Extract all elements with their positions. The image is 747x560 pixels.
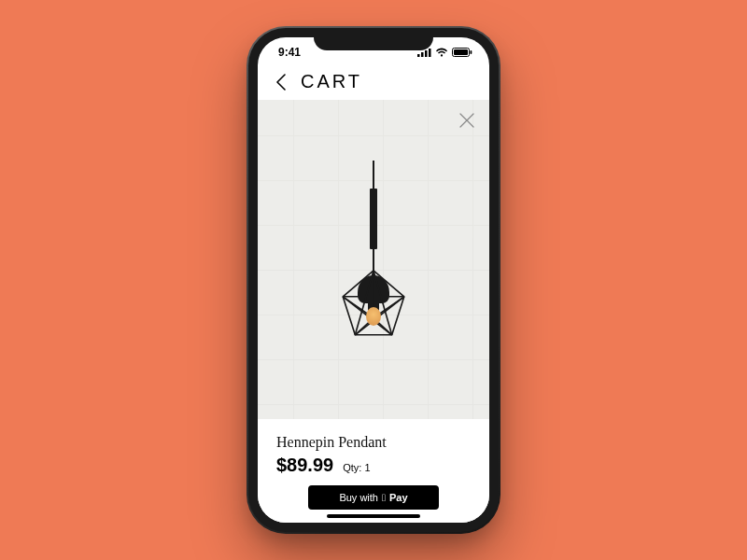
chevron-left-icon bbox=[275, 74, 287, 91]
svg-rect-3 bbox=[429, 49, 431, 57]
pay-brand-label: Pay bbox=[389, 492, 408, 503]
phone-notch bbox=[314, 28, 433, 50]
product-details: Hennepin Pendant $89.99 Qty: 1 Buy with … bbox=[258, 419, 489, 523]
product-price: $89.99 bbox=[276, 455, 333, 476]
apple-logo-icon:  bbox=[382, 492, 386, 503]
product-image-area bbox=[258, 100, 489, 419]
price-line: $89.99 Qty: 1 bbox=[276, 455, 471, 476]
svg-rect-1 bbox=[421, 52, 424, 57]
status-time: 9:41 bbox=[278, 46, 301, 59]
remove-item-button[interactable] bbox=[456, 109, 478, 132]
svg-rect-5 bbox=[454, 49, 468, 55]
wifi-icon bbox=[435, 48, 448, 57]
svg-rect-0 bbox=[417, 54, 420, 57]
home-indicator[interactable] bbox=[327, 514, 420, 518]
battery-icon bbox=[452, 48, 472, 57]
buy-prefix-label: Buy with bbox=[339, 492, 378, 503]
product-illustration bbox=[358, 161, 389, 326]
phone-frame: 9:41 CART bbox=[248, 28, 499, 532]
page-title: CART bbox=[301, 71, 362, 92]
product-qty: Qty: 1 bbox=[343, 462, 370, 473]
apple-pay-button[interactable]: Buy with Pay bbox=[308, 485, 439, 510]
nav-bar: CART bbox=[258, 67, 489, 100]
product-name: Hennepin Pendant bbox=[276, 434, 471, 451]
close-icon bbox=[456, 109, 478, 132]
app-screen: 9:41 CART bbox=[258, 37, 489, 523]
svg-rect-2 bbox=[425, 50, 428, 57]
svg-rect-6 bbox=[471, 50, 472, 54]
back-button[interactable] bbox=[271, 72, 291, 92]
lamp-cage-icon bbox=[335, 266, 412, 343]
